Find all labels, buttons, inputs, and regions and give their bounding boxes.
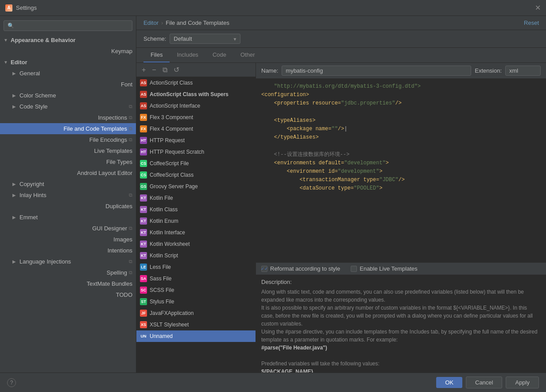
file-type-icon: AS [140,91,147,98]
sidebar-item-inspections[interactable]: Inspections⧉ [0,112,136,123]
file-list-item[interactable]: CSCoffeeScript File [136,158,256,169]
reset-template-button[interactable]: ↺ [172,65,181,75]
copy-scheme-icon[interactable]: ⧉ [129,225,132,231]
sidebar-item-filetypes[interactable]: File Types [0,156,136,167]
file-item-name: HTTP Request [150,137,185,144]
sidebar-item-general[interactable]: General [0,68,136,79]
arrow-icon [12,71,18,76]
file-item-name: Kotlin Script [150,252,178,259]
sidebar-item-editor[interactable]: Editor [0,57,136,68]
copy-scheme-icon[interactable]: ⧉ [129,115,132,120]
sidebar-item-font[interactable]: Font [0,79,136,90]
file-list-item[interactable]: JFJavaFXApplication [136,307,256,319]
sidebar-item-livetemplates[interactable]: Live Templates [0,145,136,156]
remove-template-button[interactable]: − [150,65,158,75]
file-list-item[interactable]: CSCoffeeScript Class [136,169,256,181]
sidebar-item-label: GUI Designer [92,225,127,232]
sidebar-item-guidesigner[interactable]: GUI Designer⧉ [0,223,136,234]
copy-template-button[interactable]: ⧉ [161,65,169,75]
tab-other[interactable]: Other [233,48,262,62]
apply-button[interactable]: Apply [506,376,539,388]
sidebar-item-label: Inlay Hints [19,192,46,198]
sidebar-item-inlayhints[interactable]: Inlay Hints⧉ [0,190,136,201]
file-list-item[interactable]: GSGroovy Server Page [136,181,256,192]
close-button[interactable]: ✕ [535,4,541,12]
file-list-item[interactable]: SASass File [136,273,256,284]
reformat-checkbox[interactable]: ✓ Reformat according to style [261,265,340,272]
file-item-name: Kotlin Class [150,206,178,213]
tab-files[interactable]: Files [143,48,170,62]
reformat-checkbox-box[interactable]: ✓ [261,266,267,272]
file-item-name: HTTP Request Scratch [150,149,204,155]
live-templates-checkbox[interactable]: Enable Live Templates [351,265,418,272]
file-list-item[interactable]: FXFlex 4 Component [136,123,256,135]
sidebar-item-codestyle[interactable]: Code Style⧉ [0,101,136,112]
file-list-item[interactable]: KTKotlin Worksheet [136,238,256,250]
file-list-item[interactable]: ASActionScript Interface [136,100,256,112]
copy-scheme-icon[interactable]: ⧉ [129,259,132,264]
sidebar-item-label: Android Layout Editor [77,170,132,176]
arrow-icon [12,182,18,186]
sidebar-item-fileandcode[interactable]: File and Code Templates⧉ [0,123,136,134]
file-item-name: CoffeeScript File [150,160,189,167]
live-templates-checkbox-box[interactable] [351,266,357,272]
copy-scheme-icon[interactable]: ⧉ [129,137,132,143]
file-list-item[interactable]: HTHTTP Request [136,135,256,146]
file-list-item[interactable]: KTKotlin Interface [136,227,256,238]
file-list-item[interactable]: ASActionScript Class with Supers [136,89,256,100]
tab-includes[interactable]: Includes [170,48,205,62]
file-list-item[interactable]: SCSCSS File [136,284,256,296]
file-list-item[interactable]: KTKotlin File [136,192,256,204]
sidebar-item-androidlayout[interactable]: Android Layout Editor [0,167,136,179]
file-list-item[interactable]: UNUnnamed [136,330,256,342]
file-item-name: Less File [150,264,171,270]
file-item-name: Kotlin File [150,195,173,201]
file-list-item[interactable]: KTKotlin Script [136,250,256,261]
file-list-item[interactable]: LELess File [136,261,256,273]
cancel-button[interactable]: Cancel [466,376,502,388]
file-list-item[interactable]: KTKotlin Enum [136,215,256,227]
file-type-icon: KT [140,206,147,213]
template-name-input[interactable] [282,66,471,76]
file-list-item[interactable]: KTKotlin Class [136,204,256,215]
code-line: </typeAliases> [261,133,541,142]
extension-input[interactable] [505,66,541,76]
breadcrumb-separator: › [161,19,163,26]
sidebar-item-label: Language Injections [19,258,71,265]
file-list-item[interactable]: HTHTTP Request Scratch [136,146,256,158]
sidebar-item-spelling[interactable]: Spelling⧉ [0,267,136,278]
sidebar-item-fileencodings[interactable]: File Encodings⧉ [0,134,136,145]
tab-code[interactable]: Code [205,48,233,62]
file-list-item[interactable]: ASActionScript Class [136,77,256,89]
sidebar-item-colorscheme[interactable]: Color Scheme [0,90,136,101]
file-type-icon: AS [140,102,147,109]
sidebar-item-langinjections[interactable]: Language Injections⧉ [0,256,136,267]
search-input[interactable] [4,20,132,31]
sidebar-item-emmet[interactable]: Emmet [0,212,136,223]
sidebar-item-copyright[interactable]: Copyright [0,179,136,190]
copy-scheme-icon[interactable]: ⧉ [129,126,132,132]
sidebar-item-todo[interactable]: TODO [0,289,136,300]
help-button[interactable]: ? [7,378,16,387]
breadcrumb-parent[interactable]: Editor [143,19,159,26]
copy-scheme-icon[interactable]: ⧉ [129,192,132,198]
scheme-select[interactable]: Default Project [170,34,240,44]
name-ext-row: Name: Extension: [256,63,546,79]
copy-scheme-icon[interactable]: ⧉ [129,104,132,109]
sidebar-item-intentions[interactable]: Intentions [0,245,136,256]
sidebar-item-images[interactable]: Images [0,234,136,245]
ok-button[interactable]: OK [436,377,462,388]
sidebar-item-duplicates[interactable]: Duplicates [0,201,136,212]
file-list-item[interactable]: FXFlex 3 Component [136,112,256,123]
sidebar-item-keymap[interactable]: Keymap [0,46,136,57]
code-editor[interactable]: "http://mybatis.org/dtd/mybatis-3-config… [256,79,546,262]
sidebar-item-appearance[interactable]: Appearance & Behavior [0,35,136,46]
file-list-item[interactable]: XSXSLT Stylesheet [136,319,256,330]
sidebar-item-label: Spelling [107,269,127,276]
code-line: <package name=""/>| [261,125,541,133]
add-template-button[interactable]: + [140,65,147,75]
reset-button[interactable]: Reset [524,19,539,26]
file-list-item[interactable]: STStylus File [136,296,256,307]
sidebar-item-textmatebundles[interactable]: TextMate Bundles [0,278,136,289]
copy-scheme-icon[interactable]: ⧉ [129,270,132,276]
